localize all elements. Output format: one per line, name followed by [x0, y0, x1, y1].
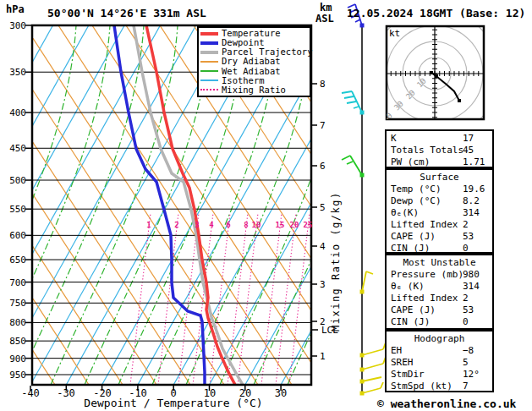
mixing-ratio-label: 6: [222, 221, 235, 229]
stat-label: CAPE (J): [391, 231, 436, 242]
stat-row: PW (cm)1.71: [387, 156, 492, 168]
stat-row: CIN (J)0: [387, 243, 492, 255]
wind-barb-icon: [360, 377, 382, 384]
altitude-tick-label: 5: [320, 202, 326, 213]
legend-swatch-dry-adiabat-icon: [200, 61, 218, 63]
wind-barb-icon: [360, 342, 387, 358]
page-title: 50°00'N 14°26'E 331m ASL: [47, 7, 206, 19]
stat-label: Dewp (°C): [391, 195, 442, 206]
pressure-tick-label: 950: [0, 370, 26, 381]
stat-label: EH: [391, 345, 402, 356]
legend-label: Wet Adiabat: [222, 67, 281, 76]
stat-value: 2: [463, 293, 469, 304]
altitude-unit-asl-label: ASL: [315, 13, 334, 25]
legend-swatch-isotherm-icon: [200, 79, 218, 81]
mixing-ratio-label: 3: [190, 221, 204, 229]
stat-row: Temp (°C)19.6: [387, 184, 492, 195]
pressure-tick-label: 400: [0, 107, 26, 118]
legend-item-dry-adiabat: Dry Adiabat: [200, 57, 308, 66]
stat-row: SREH5: [387, 357, 492, 369]
legend-swatch-temperature-icon: [200, 32, 218, 36]
legend: TemperatureDewpointParcel TrajectoryDry …: [197, 26, 311, 97]
stat-label: StmSpd (kt): [391, 381, 452, 392]
stat-label: SREH: [391, 357, 414, 368]
stat-label: Lifted Index: [391, 293, 458, 304]
pressure-tick-label: 700: [0, 277, 26, 288]
panel-most-unstable: Most UnstablePressure (mb)980θₑ (K)314Li…: [385, 254, 494, 330]
stat-value: 12°: [463, 369, 480, 380]
pressure-tick-label: 750: [0, 298, 26, 309]
stat-value: 53: [463, 231, 474, 242]
pressure-unit-label: hPa: [6, 3, 25, 15]
stat-row: StmSpd (kt)7: [387, 381, 492, 392]
legend-item-mixing-ratio: Mixing Ratio: [200, 85, 308, 95]
skewt-sounding-app: { "header": { "y_unit": "hPa", "title": …: [0, 0, 532, 411]
panel-header: Surface: [387, 172, 492, 184]
stat-label: CAPE (J): [391, 304, 436, 315]
pressure-tick-label: 900: [0, 353, 26, 364]
wind-barb-icon: [342, 156, 365, 178]
stat-label: Lifted Index: [391, 219, 458, 230]
panel-indices: K17Totals Totals45PW (cm)1.71: [385, 129, 494, 168]
stat-value: 1.71: [463, 156, 485, 167]
mixing-ratio-label: 2: [170, 221, 184, 229]
stat-row: Totals Totals45: [387, 145, 492, 156]
legend-swatch-dewpoint-icon: [200, 41, 218, 45]
mixing-ratio-label: 15: [273, 221, 287, 229]
legend-swatch-parcel-trajectory-icon: [200, 51, 218, 54]
stat-label: Temp (°C): [391, 184, 442, 195]
altitude-tick-label: 7: [320, 120, 326, 131]
copyright: © weatheronline.co.uk: [377, 397, 516, 410]
right-axis-title: Mixing Ratio (g/kg): [330, 191, 342, 332]
pressure-tick-label: 350: [0, 67, 26, 78]
altitude-tick-label: 1: [320, 351, 326, 362]
stat-value: 980: [463, 269, 480, 280]
stat-value: 2: [463, 219, 469, 230]
stat-row: θₑ(K)314: [387, 207, 492, 219]
stat-label: StmDir: [391, 369, 425, 380]
altitude-tick-label: 4: [320, 241, 326, 252]
panel-surface: SurfaceTemp (°C)19.6Dewp (°C)8.2θₑ(K)314…: [385, 168, 494, 254]
stat-row: CIN (J)0: [387, 316, 492, 328]
altitude-unit-km-label: km: [320, 2, 332, 14]
temperature-tick-label: -40: [14, 387, 47, 399]
stat-value: 0: [463, 243, 469, 254]
pressure-tick-label: 300: [0, 20, 26, 31]
stat-value: 7: [463, 381, 469, 392]
lcl-label: LCL: [321, 325, 338, 336]
pressure-tick-label: 850: [0, 336, 26, 347]
wind-barb-icon: [360, 382, 384, 396]
stat-label: θₑ (K): [391, 281, 425, 292]
mixing-ratio-label: 20: [288, 221, 301, 229]
mixing-ratio-label: 1: [142, 221, 156, 229]
legend-swatch-mixing-ratio-icon: [200, 89, 218, 90]
hodograph-ring-label: 40: [387, 111, 393, 119]
pressure-tick-label: 800: [0, 317, 26, 328]
stat-label: Totals Totals: [391, 145, 463, 156]
mixing-ratio-label: 10: [250, 221, 263, 229]
stat-value: 314: [463, 207, 480, 218]
stat-label: Pressure (mb): [391, 269, 463, 280]
pressure-tick-label: 550: [0, 204, 26, 215]
datetime-label: 12.05.2024 18GMT (Base: 12): [347, 7, 525, 19]
stat-label: CIN (J): [391, 243, 430, 254]
hodograph-ring-label: 20: [404, 88, 417, 101]
stat-value: −8: [463, 345, 474, 356]
stat-row: EH−8: [387, 345, 492, 357]
panel-header: Hodograph: [387, 333, 492, 345]
stat-value: 0: [463, 316, 469, 327]
pressure-tick-label: 500: [0, 175, 26, 186]
stat-row: Dewp (°C)8.2: [387, 195, 492, 207]
wind-barb-icon: [360, 357, 387, 372]
legend-label: Mixing Ratio: [222, 85, 286, 95]
stat-value: 45: [463, 145, 474, 156]
x-axis-title: Dewpoint / Temperature (°C): [51, 397, 296, 409]
stat-value: 8.2: [463, 195, 480, 206]
altitude-tick-label: 8: [320, 79, 326, 90]
stat-row: CAPE (J)53: [387, 231, 492, 243]
stat-row: Lifted Index2: [387, 219, 492, 231]
stat-value: 53: [463, 304, 474, 315]
stat-label: θₑ(K): [391, 207, 419, 218]
altitude-tick-label: 6: [320, 161, 326, 172]
hodograph-ring-label: 10: [415, 77, 428, 90]
